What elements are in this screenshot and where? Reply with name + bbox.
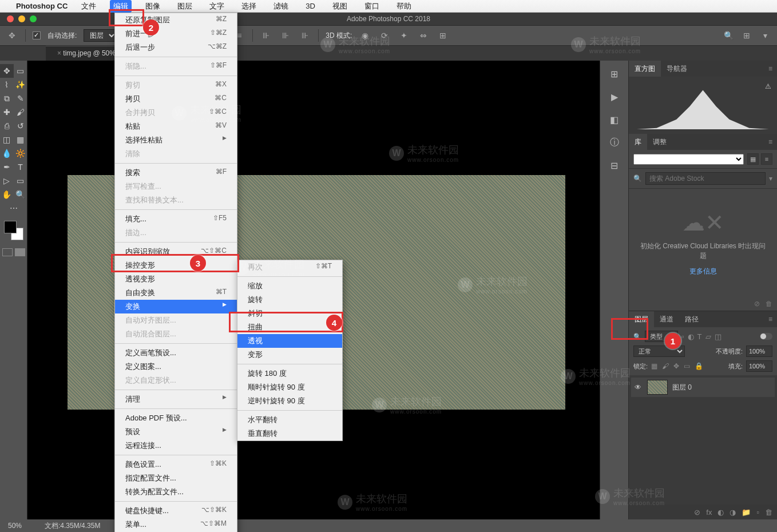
properties-icon[interactable]: ⊞ [607,66,622,81]
menu-item[interactable]: 拷贝⌘C [115,92,237,106]
menu-item[interactable]: 填充...⇧F5 [115,212,237,226]
heal-tool-icon[interactable]: ✚ [0,105,14,119]
histogram-warning-icon[interactable]: ⚠ [765,82,771,90]
hand-tool-icon[interactable]: ✋ [0,188,14,201]
zoom-level[interactable]: 50% [8,522,22,530]
menu-item[interactable]: 指定配置文件... [115,471,237,485]
filter-pixel-icon[interactable]: ▫ [681,332,684,341]
gradient-tool-icon[interactable]: ▦ [14,133,27,146]
tab-histogram[interactable]: 直方图 [629,61,661,77]
menu-item[interactable]: 键盘快捷键...⌥⇧⌘K [115,504,237,518]
opacity-input[interactable] [746,346,772,357]
menu-layer[interactable]: 图层 [174,0,196,13]
eyedropper-tool-icon[interactable]: ✎ [14,92,27,105]
tab-navigator[interactable]: 导航器 [661,61,693,77]
list-view-icon[interactable]: ≡ [761,153,772,165]
arrange-icon[interactable]: ▾ [759,29,771,42]
doc-size[interactable]: 文档:4.35M/4.35M [45,521,100,531]
marquee-tool-icon[interactable]: ▭ [14,64,27,78]
tab-layers[interactable]: 图层 [629,311,654,328]
menu-item[interactable]: 后退一步⌥⌘Z [115,41,237,54]
trash-icon[interactable]: 🗑 [765,508,772,517]
chevron-down-icon[interactable]: ▾ [769,174,772,182]
menu-item[interactable]: 垂直翻转 [237,427,342,440]
panel-icon[interactable]: ⊟ [607,158,622,173]
layer-thumbnail[interactable] [647,380,668,395]
stock-search-input[interactable] [645,172,766,185]
menu-type[interactable]: 文字 [206,0,228,13]
color-swatch[interactable] [4,221,23,240]
adjustment-icon[interactable]: ◑ [730,508,736,517]
menu-item[interactable]: 粘贴⌘V [115,120,237,133]
edit-toolbar-icon[interactable]: ⋯ [7,201,21,215]
group-icon[interactable]: 📁 [742,508,751,517]
tab-adjustments[interactable]: 调整 [647,134,672,150]
panel-icon[interactable]: ◧ [607,112,622,127]
mode3d-icon[interactable]: ⇔ [417,29,430,42]
move-tool-icon[interactable]: ✥ [0,64,14,78]
workspace-icon[interactable]: ⊞ [740,29,753,42]
panel-menu-icon[interactable]: ≡ [764,138,777,146]
menu-item[interactable]: 变形 [237,348,342,362]
fx-icon[interactable]: fx [706,508,712,517]
close-tab-icon[interactable]: × [57,49,61,57]
panel-menu-icon[interactable]: ≡ [764,315,777,323]
wand-tool-icon[interactable]: ✨ [14,78,27,92]
lock-all-icon[interactable]: 🔒 [695,362,703,370]
zoom-tool-icon[interactable]: 🔍 [14,188,27,201]
lock-paint-icon[interactable]: 🖌 [662,362,669,370]
auto-select-checkbox[interactable] [33,31,41,39]
info-icon[interactable]: ⓘ [607,135,622,150]
lasso-tool-icon[interactable]: ⌇ [0,78,14,92]
distribute-icon[interactable]: ⊪ [260,29,272,42]
menu-item[interactable]: 逆时针旋转 90 度 [237,394,342,408]
menu-item[interactable]: 定义画笔预设... [115,346,237,360]
menu-item[interactable]: 颜色设置...⇧⌘K [115,458,237,471]
menu-item[interactable]: 预设 [115,425,237,439]
auto-select-dropdown[interactable]: 图层 [84,29,117,42]
type-tool-icon[interactable]: T [14,160,27,174]
link-icon[interactable]: ⊘ [754,300,760,308]
search-icon[interactable]: 🔍 [722,29,735,42]
tab-channels[interactable]: 通道 [654,311,679,328]
mode3d-icon[interactable]: ◉ [359,29,371,42]
menu-3d[interactable]: 3D [302,1,319,11]
library-dropdown[interactable] [633,154,744,165]
link-layers-icon[interactable]: ⊘ [694,508,700,517]
menu-item[interactable]: 透视 [237,334,342,348]
filter-smart-icon[interactable]: ◫ [715,332,722,341]
library-more-link[interactable]: 更多信息 [638,267,768,276]
menu-item[interactable]: 菜单...⌥⇧⌘M [115,518,237,531]
path-tool-icon[interactable]: ▷ [0,174,14,188]
menu-help[interactable]: 帮助 [393,0,415,13]
menu-item[interactable]: Adobe PDF 预设... [115,411,237,425]
crop-tool-icon[interactable]: ⧉ [0,92,14,105]
mode3d-icon[interactable]: ⟳ [378,29,391,42]
panel-menu-icon[interactable]: ≡ [764,65,777,73]
menu-item[interactable]: 内容识别缩放⌥⇧⌘C [115,245,237,259]
mask-icon[interactable]: ◐ [717,508,724,517]
pen-tool-icon[interactable]: ✒ [0,160,14,174]
menu-item[interactable]: 还原复制图层⌘Z [115,13,237,27]
menu-item[interactable]: 自由变换⌘T [115,286,237,300]
trash-icon[interactable]: 🗑 [766,300,772,308]
play-icon[interactable]: ▶ [607,89,622,104]
eraser-tool-icon[interactable]: ◫ [0,133,14,146]
grid-view-icon[interactable]: ▦ [747,153,759,165]
tab-paths[interactable]: 路径 [679,311,704,328]
menu-file[interactable]: 文件 [78,0,100,13]
menu-item[interactable]: 选择性粘贴 [115,133,237,147]
menu-item[interactable]: 水平翻转 [237,413,342,427]
menu-item[interactable]: 顺时针旋转 90 度 [237,380,342,394]
layer-item[interactable]: 👁 图层 0 [631,378,775,397]
tab-libraries[interactable]: 库 [629,134,647,150]
mode3d-icon[interactable]: ✦ [398,29,410,42]
menu-filter[interactable]: 滤镜 [270,0,292,13]
quick-mask-icon[interactable] [2,248,25,256]
menu-item[interactable]: 透视变形 [115,272,237,286]
lock-transparent-icon[interactable]: ▦ [651,362,657,370]
menu-edit[interactable]: 编辑 [110,0,132,13]
blur-tool-icon[interactable]: 💧 [0,146,14,160]
menu-item[interactable]: 斜切 [237,307,342,320]
menu-item[interactable]: 定义图案... [115,360,237,374]
